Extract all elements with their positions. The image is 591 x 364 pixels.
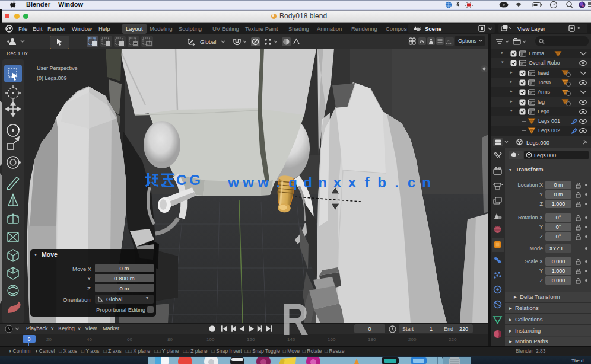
svg-text:Global: Global — [200, 39, 216, 45]
